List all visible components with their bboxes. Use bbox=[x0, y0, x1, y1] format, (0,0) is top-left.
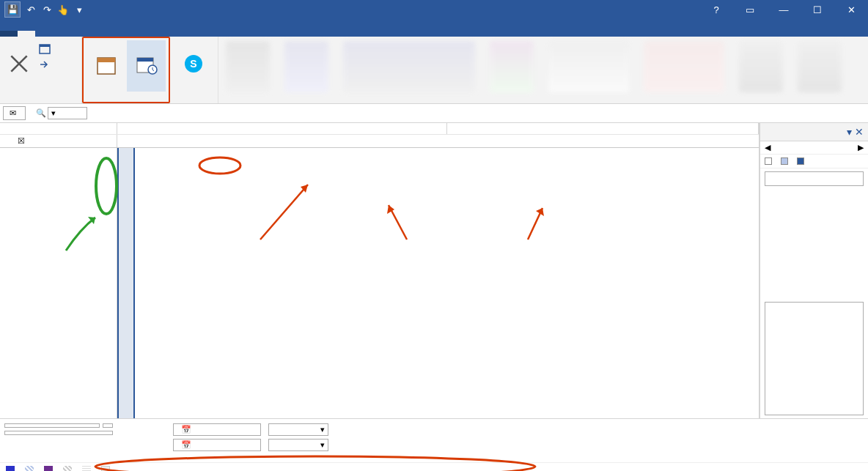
forward-icon bbox=[39, 59, 51, 70]
zoom-icon[interactable]: 🔍 bbox=[36, 108, 46, 118]
appointment-button[interactable] bbox=[87, 40, 125, 92]
options-button[interactable] bbox=[103, 423, 113, 428]
room-finder-dropdown-icon[interactable]: ▾ bbox=[847, 126, 852, 138]
forward-button[interactable] bbox=[37, 57, 56, 72]
ribbon: S bbox=[0, 37, 868, 104]
tab-format-text[interactable] bbox=[53, 31, 70, 37]
maximize-button[interactable]: ☐ bbox=[801, 0, 834, 19]
appointment-icon bbox=[95, 53, 118, 77]
next-month-icon[interactable]: ▶ bbox=[858, 143, 864, 152]
prev-month-icon[interactable]: ◀ bbox=[765, 143, 770, 152]
end-date-field[interactable]: 📅 bbox=[173, 439, 261, 451]
scheduling-grid: ☒ bbox=[0, 123, 760, 418]
open-calendar-button[interactable] bbox=[37, 42, 56, 56]
skype-icon: S bbox=[182, 52, 205, 75]
suggested-times-box bbox=[765, 302, 864, 416]
scheduling-icon bbox=[135, 53, 158, 77]
group-skype-label bbox=[173, 101, 215, 103]
calendar-picker-icon: 📅 bbox=[181, 425, 191, 434]
day-header-2 bbox=[447, 123, 759, 134]
skype-meeting-button[interactable]: S bbox=[173, 39, 213, 90]
minimize-button[interactable]: — bbox=[767, 0, 801, 19]
svg-rect-1 bbox=[40, 45, 50, 47]
calendar-icon bbox=[39, 43, 51, 55]
add-rooms-button[interactable] bbox=[4, 431, 113, 435]
help-icon[interactable]: ? bbox=[699, 0, 733, 19]
start-date-field[interactable]: 📅 bbox=[173, 423, 261, 436]
add-attendees-button[interactable] bbox=[4, 423, 100, 428]
send-button[interactable]: ✉ bbox=[3, 106, 26, 120]
ribbon-display-icon[interactable]: ▭ bbox=[733, 0, 767, 19]
calendar-picker-icon: 📅 bbox=[181, 440, 191, 450]
svg-rect-3 bbox=[98, 58, 115, 62]
undo-icon[interactable]: ↶ bbox=[25, 4, 37, 15]
ribbon-tabs bbox=[0, 19, 868, 37]
touch-mode-icon[interactable]: 👆 bbox=[57, 4, 69, 15]
end-time-field[interactable]: ▾ bbox=[268, 439, 328, 451]
chevron-down-icon: ▾ bbox=[320, 425, 325, 434]
svg-text:S: S bbox=[190, 58, 196, 70]
select-all-icon[interactable]: ☒ bbox=[18, 136, 25, 146]
group-show-label bbox=[87, 100, 166, 101]
delete-icon bbox=[7, 52, 31, 75]
save-button[interactable]: 💾 bbox=[4, 1, 21, 18]
redo-icon[interactable]: ↷ bbox=[41, 4, 53, 15]
zoom-dropdown[interactable]: ▾ bbox=[48, 107, 87, 119]
tab-meeting[interactable] bbox=[18, 31, 35, 37]
tab-file[interactable] bbox=[0, 31, 18, 37]
day-header-1 bbox=[117, 123, 447, 134]
close-button[interactable]: ✕ bbox=[834, 0, 868, 19]
legend-bar bbox=[0, 462, 868, 471]
title-bar: 💾 ↶ ↷ 👆 ▾ ? ▭ — ☐ ✕ bbox=[0, 0, 868, 19]
start-time-field[interactable]: ▾ bbox=[268, 423, 328, 436]
send-icon: ✉ bbox=[10, 108, 16, 118]
svg-rect-5 bbox=[137, 58, 153, 62]
tab-insert[interactable] bbox=[35, 31, 53, 37]
tab-review[interactable] bbox=[70, 31, 88, 37]
chevron-down-icon: ▾ bbox=[320, 440, 325, 450]
room-finder-pane: ▾ ✕ ◀ ▶ bbox=[760, 123, 868, 418]
room-list[interactable] bbox=[765, 171, 864, 186]
schedule-toolbar: ✉ 🔍 ▾ bbox=[0, 104, 868, 123]
scheduling-assistant-button[interactable] bbox=[127, 40, 166, 92]
qat-dropdown-icon[interactable]: ▾ bbox=[73, 4, 85, 15]
room-finder-close-icon[interactable]: ✕ bbox=[855, 126, 864, 138]
bottom-panel: 📅 ▾ 📅 ▾ bbox=[0, 418, 868, 462]
delete-button[interactable] bbox=[3, 39, 35, 90]
group-actions-label bbox=[3, 101, 78, 103]
